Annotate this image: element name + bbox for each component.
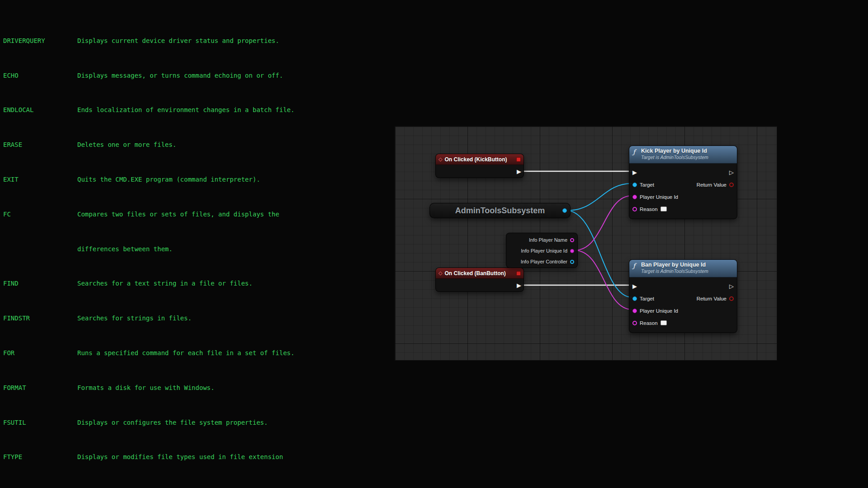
exec-out-pin[interactable]: ▶ — [517, 169, 521, 174]
pin-label: Return Value — [697, 182, 726, 188]
delegate-pin[interactable] — [516, 271, 521, 276]
node-player-info[interactable]: Info Player Name Info Player Unique Id I… — [506, 233, 578, 268]
target-pin[interactable] — [632, 296, 637, 301]
pin-label: Player Unique Id — [640, 308, 678, 314]
terminal-line: ECHODisplays messages, or turns command … — [3, 71, 393, 80]
info-player-name-pin[interactable] — [570, 238, 574, 242]
node-on-clicked-banbutton[interactable]: ◇ On Clicked (BanButton) ▶ — [435, 267, 524, 292]
command-description: Searches for strings in files. — [77, 314, 192, 322]
blueprint-graph-canvas[interactable]: ◇ On Clicked (KickButton) ▶ ◇ On Clicked… — [395, 126, 777, 361]
object-wire-subsystem-to-kick-target[interactable] — [566, 183, 632, 211]
exec-out-pin[interactable]: ▷ — [729, 283, 734, 289]
pin-label: Info Player Unique Id — [521, 248, 567, 253]
return-value-pin[interactable] — [729, 183, 734, 187]
command-name: FC — [3, 210, 77, 219]
pin-label: Return Value — [697, 296, 726, 301]
node-on-clicked-kickbutton[interactable]: ◇ On Clicked (KickButton) ▶ — [435, 154, 524, 178]
exec-out-pin[interactable]: ▷ — [729, 169, 734, 175]
command-name: FOR — [3, 349, 77, 357]
node-ban-player-by-unique-id[interactable]: ƒ Ban Player by Unique Id Target is Admi… — [629, 259, 737, 333]
reason-text-input[interactable] — [660, 320, 667, 325]
struct-wire-uid-to-kick[interactable] — [575, 196, 632, 250]
command-name: ECHO — [3, 71, 77, 80]
node-title: Ban Player by Unique Id — [641, 262, 733, 268]
command-name: ENDLOCAL — [3, 106, 77, 114]
node-title: Kick Player by Unique Id — [641, 148, 733, 155]
command-description: Ends localization of environment changes… — [77, 106, 294, 113]
info-player-controller-pin[interactable] — [570, 260, 574, 264]
pin-label: Info Player Name — [529, 237, 567, 243]
function-icon: ƒ — [633, 148, 635, 155]
command-name: FTYPE — [3, 453, 77, 461]
command-description: Compares two files or sets of files, and… — [77, 211, 279, 218]
command-description: Searches for a text string in a file or … — [77, 280, 253, 287]
pin-label: Reason — [640, 206, 658, 212]
node-subtitle: Target is AdminToolsSubsystem — [641, 268, 733, 274]
terminal-line: FCCompares two files or sets of files, a… — [3, 210, 393, 219]
terminal-line: EXITQuits the CMD.EXE program (command i… — [3, 175, 393, 184]
command-description: Displays current device driver status an… — [77, 37, 279, 44]
terminal-line: FSUTILDisplays or configures the file sy… — [3, 418, 393, 427]
node-header[interactable]: ◇ On Clicked (BanButton) — [436, 268, 524, 279]
terminal-line: DRIVERQUERYDisplays current device drive… — [3, 37, 393, 45]
pin-row: Info Player Controller — [506, 256, 577, 267]
terminal-line: FTYPEDisplays or modifies file types use… — [3, 453, 393, 461]
subsystem-output-pin[interactable] — [562, 208, 567, 213]
terminal-line: ENDLOCALEnds localization of environment… — [3, 106, 393, 114]
delegate-pin[interactable] — [516, 157, 521, 162]
reason-pin[interactable] — [632, 207, 637, 211]
terminal-output[interactable]: DRIVERQUERYDisplays current device drive… — [0, 0, 393, 488]
node-title: On Clicked (BanButton) — [444, 270, 514, 277]
function-icon: ƒ — [633, 262, 635, 269]
node-header[interactable]: ƒ Kick Player by Unique Id Target is Adm… — [629, 146, 737, 164]
player-unique-id-pin[interactable] — [632, 309, 637, 313]
command-name: FIND — [3, 279, 77, 288]
node-header[interactable]: ◇ On Clicked (KickButton) — [436, 154, 524, 165]
return-value-pin[interactable] — [729, 296, 734, 301]
struct-wire-uid-to-ban[interactable] — [575, 250, 632, 310]
delegate-event-icon: ◇ — [439, 271, 442, 276]
player-unique-id-pin[interactable] — [632, 195, 637, 199]
command-description: Quits the CMD.EXE program (command inter… — [77, 176, 260, 183]
info-player-unique-id-pin[interactable] — [570, 249, 574, 253]
terminal-line: FINDSTRSearches for strings in files. — [3, 314, 393, 323]
terminal-line: ERASEDeletes one or more files. — [3, 141, 393, 149]
command-name: ERASE — [3, 141, 77, 149]
node-admintools-subsystem[interactable]: AdminToolsSubsystem — [429, 203, 571, 218]
command-name: FSUTIL — [3, 418, 77, 427]
terminal-line: FORRuns a specified command for each fil… — [3, 349, 393, 357]
terminal-line: FORMATFormats a disk for use with Window… — [3, 384, 393, 392]
command-description: Formats a disk for use with Windows. — [77, 384, 214, 391]
command-name: DRIVERQUERY — [3, 37, 77, 45]
pin-label: Info Player Controller — [521, 259, 567, 264]
desktop: { "terminal": { "color": "#37d45a", "lin… — [0, 0, 868, 488]
exec-in-pin[interactable]: ▶ — [632, 283, 637, 289]
command-name: FINDSTR — [3, 314, 77, 323]
terminal-line: FINDSearches for a text string in a file… — [3, 279, 393, 288]
pin-row: Info Player Name — [506, 235, 577, 245]
command-description: Runs a specified command for each file i… — [77, 349, 294, 357]
command-description: differences between them. — [77, 245, 173, 253]
pin-label: Reason — [640, 320, 658, 326]
reason-text-input[interactable] — [660, 206, 667, 211]
pin-row: Info Player Unique Id — [506, 245, 577, 256]
pin-label: Target — [640, 182, 654, 188]
node-subtitle: Target is AdminToolsSubsystem — [641, 155, 733, 160]
node-kick-player-by-unique-id[interactable]: ƒ Kick Player by Unique Id Target is Adm… — [629, 145, 737, 219]
node-header[interactable]: ƒ Ban Player by Unique Id Target is Admi… — [629, 260, 737, 277]
command-description: Displays or configures the file system p… — [77, 419, 268, 426]
node-title: AdminToolsSubsystem — [455, 206, 545, 216]
target-pin[interactable] — [632, 183, 637, 187]
pin-label: Player Unique Id — [640, 194, 678, 200]
exec-out-pin[interactable]: ▶ — [517, 282, 521, 288]
command-description: Displays messages, or turns command echo… — [77, 72, 283, 79]
command-name: EXIT — [3, 175, 77, 184]
command-description: Deletes one or more files. — [77, 141, 176, 148]
exec-in-pin[interactable]: ▶ — [632, 169, 637, 175]
command-description: Displays or modifies file types used in … — [77, 453, 283, 460]
command-name: FORMAT — [3, 384, 77, 392]
reason-pin[interactable] — [632, 321, 637, 325]
pin-label: Target — [640, 296, 654, 301]
delegate-event-icon: ◇ — [439, 157, 442, 162]
terminal-line: differences between them. — [3, 245, 393, 253]
